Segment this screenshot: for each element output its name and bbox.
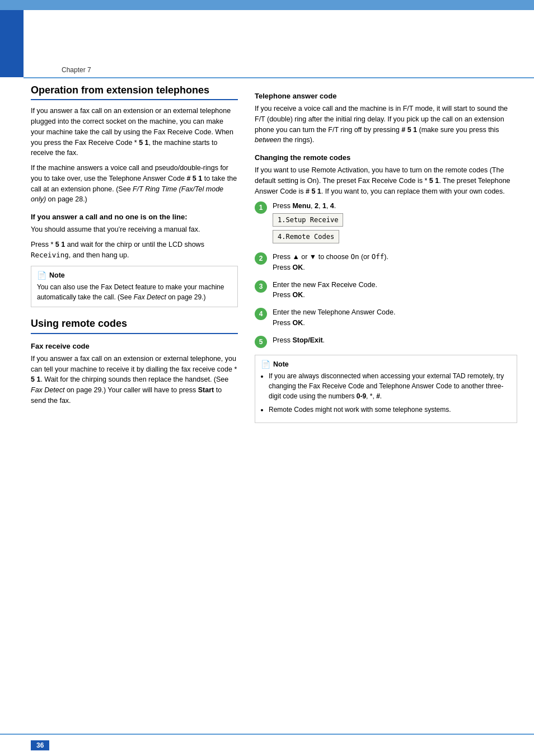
step-5-content: Press Stop/Exit. bbox=[273, 335, 517, 346]
note-para-1: You can also use the Fax Detect feature … bbox=[37, 282, 232, 302]
subsection-no-one-title: If you answer a call and no one is on th… bbox=[31, 213, 238, 221]
note-list-2: If you are always disconnected when acce… bbox=[261, 371, 511, 415]
step-1: 1 Press Menu, 2, 1, 4. 1.Setup Receive 4… bbox=[255, 201, 517, 245]
note-box-1: 📄 Note You can also use the Fax Detect f… bbox=[31, 266, 238, 307]
note-list-item-1: If you are always disconnected when acce… bbox=[269, 371, 511, 401]
note-icon-2: 📄 bbox=[261, 360, 270, 369]
subsection-changing-title: Changing the remote codes bbox=[255, 153, 517, 162]
step-1-content: Press Menu, 2, 1, 4. 1.Setup Receive 4.R… bbox=[273, 201, 517, 245]
note-title-1: 📄 Note bbox=[37, 271, 232, 280]
subsection-fax-receive-para: If you answer a fax call on an extension… bbox=[31, 354, 238, 406]
subsection-no-one-para2: Press * 5 1 and wait for the chirp or un… bbox=[31, 240, 238, 261]
step-5: 5 Press Stop/Exit. bbox=[255, 335, 517, 348]
section-operation-para2: If the machine answers a voice call and … bbox=[31, 163, 238, 205]
subsection-no-one-para1: You should assume that you’re receiving … bbox=[31, 224, 238, 235]
subsection-tel-answer-para: If you receive a voice call and the mach… bbox=[255, 104, 517, 145]
page-number: 36 bbox=[31, 740, 49, 750]
top-bar bbox=[0, 0, 534, 10]
step-2-content: Press ▲ or ▼ to choose On (or Off).Press… bbox=[273, 252, 517, 273]
step-num-3: 3 bbox=[255, 280, 267, 293]
subsection-changing-para: If you want to use Remote Activation, yo… bbox=[255, 165, 517, 196]
section-operation-divider bbox=[31, 99, 238, 100]
step-num-5: 5 bbox=[255, 336, 267, 348]
subsection-fax-receive-title: Fax receive code bbox=[31, 342, 238, 350]
lcd-display-1b: 4.Remote Codes bbox=[273, 230, 339, 243]
step-num-2: 2 bbox=[255, 252, 267, 265]
section-remote-divider bbox=[31, 333, 238, 334]
section-operation-title: Operation from extension telephones bbox=[31, 84, 238, 97]
left-column: Operation from extension telephones If y… bbox=[31, 84, 238, 722]
chapter-label: Chapter 7 bbox=[62, 66, 91, 74]
steps-container: 1 Press Menu, 2, 1, 4. 1.Setup Receive 4… bbox=[255, 201, 517, 348]
chapter-divider bbox=[24, 77, 534, 78]
subsection-tel-answer-title: Telephone answer code bbox=[255, 92, 517, 100]
step-4: 4 Enter the new Telephone Answer Code.Pr… bbox=[255, 307, 517, 328]
section-operation: Operation from extension telephones If y… bbox=[31, 84, 238, 307]
note-list-item-2: Remote Codes might not work with some te… bbox=[269, 405, 511, 415]
bottom-bar: 36 bbox=[0, 734, 534, 756]
section-remote-codes: Using remote codes Fax receive code If y… bbox=[31, 317, 238, 406]
note-icon-1: 📄 bbox=[37, 271, 46, 280]
side-tab bbox=[0, 10, 24, 77]
right-column: Telephone answer code If you receive a v… bbox=[255, 84, 517, 722]
step-3: 3 Enter the new Fax Receive Code.Press O… bbox=[255, 280, 517, 301]
note-title-2: 📄 Note bbox=[261, 360, 511, 369]
main-content: Operation from extension telephones If y… bbox=[31, 84, 517, 722]
step-3-content: Enter the new Fax Receive Code.Press OK. bbox=[273, 280, 517, 301]
step-num-1: 1 bbox=[255, 201, 267, 214]
note-box-2: 📄 Note If you are always disconnected wh… bbox=[255, 355, 517, 423]
step-2: 2 Press ▲ or ▼ to choose On (or Off).Pre… bbox=[255, 252, 517, 273]
section-operation-para1: If you answer a fax call on an extension… bbox=[31, 106, 238, 158]
section-remote-title: Using remote codes bbox=[31, 317, 238, 330]
step-num-4: 4 bbox=[255, 308, 267, 320]
lcd-display-1a: 1.Setup Receive bbox=[273, 213, 343, 227]
step-4-content: Enter the new Telephone Answer Code.Pres… bbox=[273, 307, 517, 328]
